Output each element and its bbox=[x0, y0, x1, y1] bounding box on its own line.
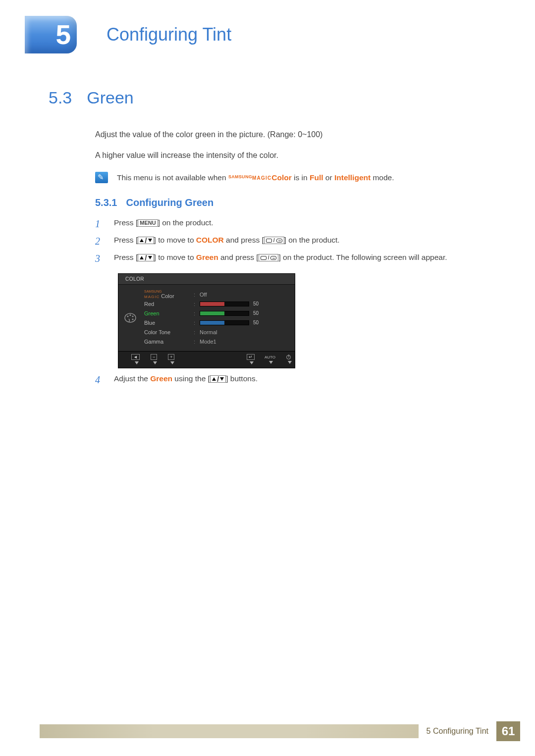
osd-back-icon: ◄ bbox=[131, 354, 140, 364]
osd-blue-bar bbox=[200, 320, 249, 325]
osd-magic-suffix: Color bbox=[160, 293, 174, 299]
section-number: 5.3 bbox=[49, 88, 72, 107]
osd-row-magic-color: SAMSUNGMAGIC Color : Off bbox=[144, 290, 288, 299]
section-title: Green bbox=[87, 88, 134, 107]
up-down-key-icon: / bbox=[210, 375, 226, 383]
note-text: This menu is not available when SAMSUNGM… bbox=[117, 173, 394, 182]
step-number: 1 bbox=[95, 218, 103, 230]
intro-paragraph-2: A higher value will increase the intensi… bbox=[95, 151, 495, 160]
green-word: Green bbox=[196, 253, 218, 261]
footer-crumb: 5 Configuring Tint bbox=[427, 727, 488, 736]
osd-value: 50 bbox=[253, 301, 259, 306]
step-2: 2 Press [/] to move to COLOR and press [… bbox=[95, 236, 495, 247]
osd-auto-label: AUTO bbox=[265, 355, 275, 364]
step-number: 3 bbox=[95, 253, 103, 264]
svg-point-2 bbox=[129, 314, 131, 316]
step-text: and press [ bbox=[224, 236, 264, 244]
step-4: 4 Adjust the Green using the [/] buttons… bbox=[95, 374, 495, 386]
up-down-key-icon: / bbox=[138, 254, 154, 261]
osd-row-green: Green : 50 bbox=[144, 308, 288, 318]
note-color-word: Color bbox=[271, 173, 291, 182]
osd-row-tone: Color Tone : Normal bbox=[144, 327, 288, 337]
source-enter-key-icon: / bbox=[264, 237, 284, 244]
step-text: ] to move to bbox=[154, 253, 196, 261]
chapter-number: 5 bbox=[55, 19, 71, 50]
step-text: Adjust the bbox=[114, 374, 150, 383]
osd-red-bar bbox=[200, 302, 249, 306]
osd-row-red: Red : 50 bbox=[144, 299, 288, 308]
note-mid2: or bbox=[323, 173, 334, 182]
osd-value: Off bbox=[200, 292, 207, 298]
step-1: 1 Press [MENU] on the product. bbox=[95, 218, 495, 230]
svg-point-1 bbox=[127, 315, 128, 317]
osd-plus-icon: + bbox=[168, 354, 174, 364]
chapter-number-tab: 5 bbox=[25, 16, 77, 53]
intro-paragraph-1: Adjust the value of the color green in t… bbox=[95, 130, 495, 139]
section-heading: 5.3 Green bbox=[49, 88, 495, 107]
osd-label: Red bbox=[144, 301, 194, 307]
osd-value: 50 bbox=[253, 320, 259, 325]
step-text: Press [ bbox=[114, 253, 138, 261]
osd-label: Gamma bbox=[144, 339, 194, 345]
up-down-key-icon: / bbox=[138, 237, 154, 244]
step-3: 3 Press [/] to move to Green and press [… bbox=[95, 253, 495, 264]
step-text: ] on the product. bbox=[284, 236, 340, 244]
svg-point-3 bbox=[132, 315, 133, 317]
step-text: using the [ bbox=[172, 374, 210, 383]
note-intelligent-word: Intelligent bbox=[334, 173, 371, 182]
osd-label: Color Tone bbox=[144, 329, 194, 335]
note-mid1: is in bbox=[292, 173, 310, 182]
menu-key-icon: MENU bbox=[138, 219, 158, 227]
step-text: ] on the product. The following screen w… bbox=[278, 253, 447, 261]
osd-minus-icon: − bbox=[151, 354, 157, 364]
step-text: ] to move to bbox=[154, 236, 196, 244]
note-text-before: This menu is not available when bbox=[117, 173, 228, 182]
osd-palette-icon bbox=[118, 285, 142, 351]
footer-page-number: 61 bbox=[496, 721, 520, 741]
osd-footer: ◄ − + ↵ AUTO bbox=[118, 351, 295, 368]
color-word: COLOR bbox=[196, 236, 224, 244]
osd-screenshot: COLOR SAMSUNGMAGIC Color : Off bbox=[118, 273, 495, 368]
green-word: Green bbox=[150, 374, 172, 383]
note-after: mode. bbox=[371, 173, 394, 182]
note-full-word: Full bbox=[310, 173, 323, 182]
subsection-heading: 5.3.1 Configuring Green bbox=[95, 197, 495, 208]
osd-value: Normal bbox=[200, 329, 217, 335]
subsection-number: 5.3.1 bbox=[95, 197, 117, 208]
osd-power-icon bbox=[285, 355, 292, 364]
step-number: 2 bbox=[95, 236, 103, 247]
osd-label: Green bbox=[144, 310, 194, 316]
steps-list-cont: 4 Adjust the Green using the [/] buttons… bbox=[95, 374, 495, 386]
chapter-title: Configuring Tint bbox=[107, 24, 231, 45]
osd-value: Mode1 bbox=[200, 339, 216, 345]
subsection-title: Configuring Green bbox=[126, 197, 214, 208]
osd-label: Blue bbox=[144, 320, 194, 326]
osd-title: COLOR bbox=[118, 274, 295, 285]
osd-magic-label: MAGIC bbox=[144, 295, 160, 299]
osd-enter-icon: ↵ bbox=[247, 354, 255, 364]
svg-point-4 bbox=[132, 318, 133, 320]
footer-strip bbox=[40, 724, 419, 738]
step-text: ] buttons. bbox=[226, 374, 258, 383]
step-text: Press [ bbox=[114, 218, 138, 227]
samsung-label: SAMSUNG bbox=[228, 175, 252, 179]
step-text: Press [ bbox=[114, 236, 138, 244]
step-number: 4 bbox=[95, 374, 103, 386]
step-text: and press [ bbox=[218, 253, 259, 261]
osd-samsung-label: SAMSUNG bbox=[144, 290, 194, 293]
osd-green-bar bbox=[200, 311, 249, 316]
chapter-header: 5 Configuring Tint bbox=[0, 0, 535, 53]
source-enter-key-icon: / bbox=[259, 254, 279, 261]
footer-bar: 5 Configuring Tint 61 bbox=[40, 721, 520, 741]
osd-row-blue: Blue : 50 bbox=[144, 318, 288, 327]
osd-value: 50 bbox=[253, 310, 259, 316]
note-pencil-icon bbox=[95, 172, 108, 183]
steps-list: 1 Press [MENU] on the product. 2 Press [… bbox=[95, 218, 495, 264]
step-text: ] on the product. bbox=[158, 218, 214, 227]
osd-row-gamma: Gamma : Mode1 bbox=[144, 337, 288, 346]
magic-label: MAGIC bbox=[252, 176, 271, 181]
note: This menu is not available when SAMSUNGM… bbox=[95, 172, 495, 183]
